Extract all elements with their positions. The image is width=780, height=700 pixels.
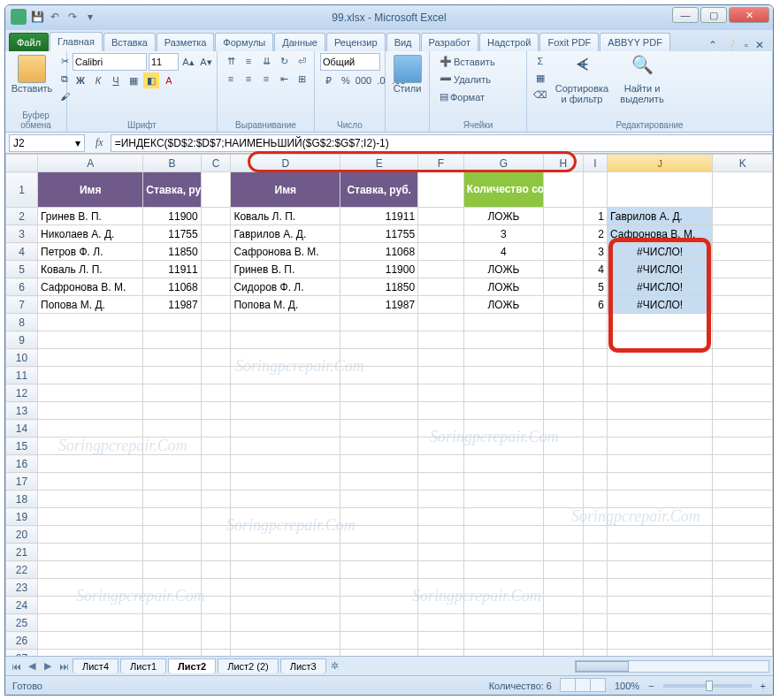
col-header[interactable]: I bbox=[583, 155, 607, 172]
cell[interactable] bbox=[463, 508, 543, 526]
cell[interactable] bbox=[543, 561, 583, 579]
cell[interactable] bbox=[583, 614, 607, 632]
col-header[interactable]: A bbox=[38, 155, 143, 172]
cell[interactable] bbox=[418, 296, 464, 314]
sheet-tab[interactable]: Лист4 bbox=[73, 658, 119, 673]
cell[interactable] bbox=[463, 632, 543, 650]
tab-data[interactable]: Данные bbox=[274, 33, 325, 51]
cell[interactable] bbox=[418, 526, 464, 544]
cell[interactable] bbox=[607, 544, 712, 561]
row-header[interactable]: 19 bbox=[6, 508, 38, 526]
cell[interactable] bbox=[231, 331, 340, 349]
col-header[interactable]: D bbox=[231, 155, 340, 172]
cell[interactable]: Николаев А. Д. bbox=[38, 225, 143, 243]
cell[interactable] bbox=[340, 473, 418, 491]
cell[interactable] bbox=[231, 544, 340, 561]
cell[interactable] bbox=[418, 473, 464, 491]
cell[interactable] bbox=[543, 402, 583, 420]
cell[interactable] bbox=[38, 438, 143, 455]
cell[interactable] bbox=[607, 473, 712, 491]
cell[interactable] bbox=[543, 420, 583, 438]
delete-cells-button[interactable]: ➖Удалить bbox=[435, 71, 495, 88]
view-buttons[interactable] bbox=[561, 678, 606, 694]
cell[interactable]: 11850 bbox=[340, 278, 418, 296]
cell[interactable] bbox=[201, 508, 231, 526]
cell[interactable] bbox=[340, 438, 418, 455]
minimize-button[interactable]: — bbox=[672, 7, 699, 23]
align-center-icon[interactable]: ≡ bbox=[241, 71, 256, 87]
decrease-font-icon[interactable]: A▾ bbox=[198, 54, 214, 70]
cell[interactable] bbox=[231, 314, 340, 331]
maximize-button[interactable]: ▢ bbox=[700, 7, 727, 23]
save-icon[interactable]: 💾 bbox=[30, 10, 44, 24]
cell[interactable] bbox=[340, 384, 418, 402]
cell[interactable]: Гринев В. П. bbox=[231, 261, 340, 278]
cell[interactable] bbox=[607, 508, 712, 526]
cell[interactable] bbox=[713, 491, 773, 508]
cell[interactable] bbox=[231, 561, 340, 579]
cell[interactable] bbox=[201, 225, 231, 243]
cell[interactable]: Гаврилов А. Д. bbox=[231, 225, 340, 243]
cell[interactable] bbox=[583, 650, 607, 657]
cell[interactable] bbox=[543, 526, 583, 544]
cell[interactable] bbox=[143, 632, 201, 650]
cell[interactable] bbox=[463, 420, 543, 438]
cell[interactable] bbox=[463, 331, 543, 349]
cell[interactable] bbox=[713, 384, 773, 402]
cell[interactable] bbox=[143, 420, 201, 438]
cell[interactable] bbox=[418, 208, 464, 225]
cell[interactable] bbox=[201, 172, 231, 208]
cell[interactable] bbox=[463, 314, 543, 331]
cell[interactable] bbox=[713, 438, 773, 455]
cell[interactable]: 2 bbox=[583, 225, 607, 243]
cell[interactable] bbox=[713, 650, 773, 657]
row-header[interactable]: 24 bbox=[6, 597, 38, 614]
namebox-dropdown-icon[interactable]: ▾ bbox=[75, 137, 80, 149]
cell[interactable] bbox=[543, 243, 583, 261]
cell[interactable] bbox=[583, 314, 607, 331]
cell[interactable]: 1 bbox=[583, 208, 607, 225]
close-button[interactable]: ✕ bbox=[729, 7, 769, 23]
cell[interactable] bbox=[713, 455, 773, 473]
cell[interactable] bbox=[418, 225, 464, 243]
cell[interactable] bbox=[418, 278, 464, 296]
currency-icon[interactable]: ₽ bbox=[320, 72, 336, 88]
cell[interactable] bbox=[38, 526, 143, 544]
cell[interactable] bbox=[143, 402, 201, 420]
cell[interactable]: Петров Ф. Л. bbox=[38, 243, 143, 261]
cell[interactable] bbox=[713, 508, 773, 526]
name-box[interactable]: J2▾ bbox=[9, 134, 85, 152]
cell[interactable] bbox=[38, 384, 143, 402]
styles-button[interactable]: Стили bbox=[391, 53, 424, 95]
paste-button[interactable]: Вставить bbox=[11, 53, 53, 95]
cell[interactable] bbox=[231, 597, 340, 614]
cell[interactable] bbox=[340, 597, 418, 614]
cell[interactable] bbox=[201, 243, 231, 261]
cell[interactable]: 11900 bbox=[340, 261, 418, 278]
new-sheet-icon[interactable]: ✲ bbox=[328, 660, 342, 672]
cell[interactable] bbox=[201, 296, 231, 314]
cell[interactable] bbox=[231, 650, 340, 657]
cell[interactable] bbox=[231, 455, 340, 473]
cell[interactable]: 5 bbox=[583, 278, 607, 296]
cell[interactable] bbox=[143, 331, 201, 349]
cell[interactable] bbox=[607, 597, 712, 614]
cell[interactable]: 11911 bbox=[143, 261, 201, 278]
cell[interactable] bbox=[543, 438, 583, 455]
cell[interactable]: #ЧИСЛО! bbox=[607, 261, 712, 278]
border-button[interactable]: ▦ bbox=[126, 72, 141, 88]
col-header[interactable]: H bbox=[543, 155, 583, 172]
row-header[interactable]: 7 bbox=[6, 296, 38, 314]
cell[interactable] bbox=[713, 632, 773, 650]
cell[interactable]: 11850 bbox=[143, 243, 201, 261]
cell[interactable] bbox=[38, 544, 143, 561]
cell[interactable] bbox=[713, 243, 773, 261]
cell[interactable] bbox=[340, 632, 418, 650]
cell[interactable] bbox=[713, 367, 773, 384]
sheet-nav-first-icon[interactable]: ⏮ bbox=[9, 661, 23, 672]
percent-icon[interactable]: % bbox=[338, 72, 354, 88]
cell[interactable]: #ЧИСЛО! bbox=[607, 296, 712, 314]
cell[interactable] bbox=[583, 597, 607, 614]
cell[interactable] bbox=[713, 208, 773, 225]
row-header[interactable]: 10 bbox=[6, 349, 38, 367]
